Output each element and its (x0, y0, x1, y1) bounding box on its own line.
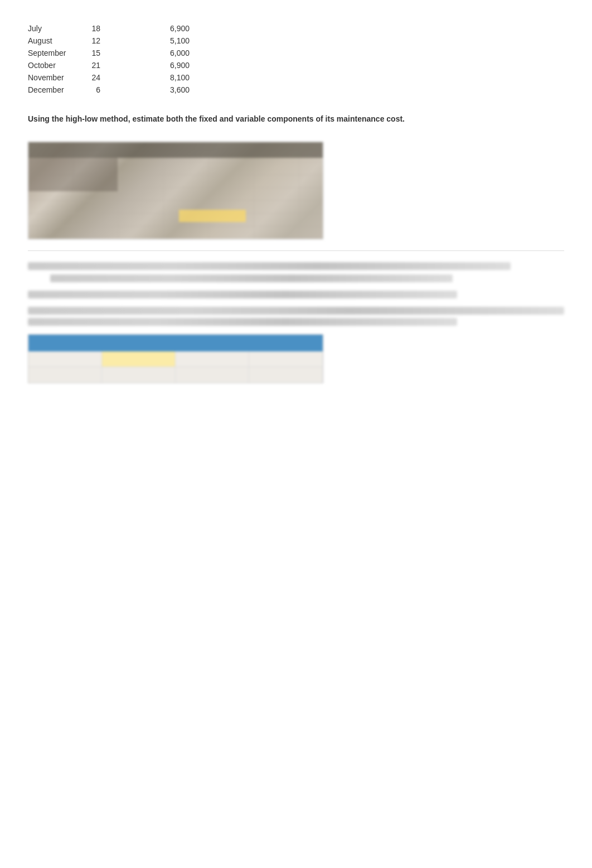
month-cell: August (28, 36, 89, 45)
month-cell: October (28, 61, 89, 70)
blurred-description (28, 307, 564, 326)
blurred-spreadsheet-image (28, 142, 323, 239)
month-cell: December (28, 85, 89, 94)
blurred-sub-text (28, 291, 564, 298)
spreadsheet-highlight (179, 210, 246, 222)
question-text: Using the high-low method, estimate both… (28, 113, 418, 125)
table-cell (102, 367, 176, 383)
spreadsheet-left-panel (28, 158, 118, 191)
spreadsheet-header (28, 142, 323, 158)
table-header-row (28, 335, 323, 351)
table-row: October 21 6,900 (28, 59, 564, 71)
month-cell: November (28, 73, 89, 82)
blurred-text-line (28, 291, 457, 298)
table-row: December 6 3,600 (28, 84, 564, 96)
blurred-text-line (28, 318, 457, 326)
table-data-row-2 (28, 367, 323, 383)
table-cell (249, 367, 323, 383)
units-cell: 6 (89, 85, 134, 94)
month-cell: September (28, 49, 89, 57)
table-cell (176, 367, 249, 383)
table-data-row (28, 351, 323, 367)
monthly-data-table: July 18 6,900 August 12 5,100 September … (28, 22, 564, 96)
units-cell: 24 (89, 73, 134, 82)
table-row: September 15 6,000 (28, 47, 564, 59)
table-cell-highlighted (102, 351, 176, 367)
blurred-text-section (28, 262, 564, 282)
divider (28, 250, 564, 251)
cost-cell: 6,000 (134, 49, 190, 57)
cost-cell: 3,600 (134, 85, 190, 94)
month-cell: July (28, 24, 89, 33)
table-cell (28, 367, 102, 383)
cost-cell: 5,100 (134, 36, 190, 45)
table-row: November 24 8,100 (28, 71, 564, 84)
blurred-text-line (28, 262, 511, 270)
blurred-text-line (50, 274, 453, 282)
cost-cell: 8,100 (134, 73, 190, 82)
table-cell (176, 351, 249, 367)
blurred-answer-table (28, 334, 323, 383)
blurred-text-line (28, 307, 564, 315)
cost-cell: 6,900 (134, 61, 190, 70)
table-cell (28, 351, 102, 367)
cost-cell: 6,900 (134, 24, 190, 33)
units-cell: 12 (89, 36, 134, 45)
units-cell: 21 (89, 61, 134, 70)
answer-section (28, 142, 564, 383)
table-row: August 12 5,100 (28, 35, 564, 47)
table-cell (249, 351, 323, 367)
units-cell: 18 (89, 24, 134, 33)
units-cell: 15 (89, 49, 134, 57)
table-row: July 18 6,900 (28, 22, 564, 35)
